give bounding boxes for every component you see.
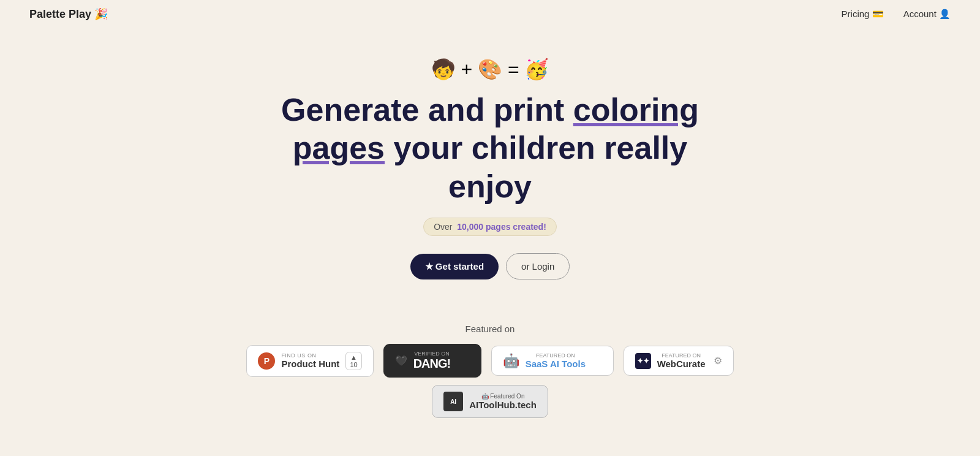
hero-emoji: 🧒 + 🎨 = 🥳 [12,58,968,81]
nav-links: Pricing 💳 Account 👤 [842,9,951,20]
ph-upvote-arrow: ▲ [350,354,357,361]
hero-title-part1: Generate and print [281,92,573,127]
ph-upvote-count: 10 [350,361,357,368]
product-hunt-icon: P [258,352,275,370]
badge-prefix: Over [434,222,452,232]
aitoolhub-domain-label: AIToolHub.tech [469,400,537,410]
navbar: Palette Play 🎉 Pricing 💳 Account 👤 [0,0,980,28]
dang-badge[interactable]: 🖤 Verified on DANG! [383,344,481,378]
saas-badge[interactable]: 🤖 Featured on SaaS AI Tools [491,346,614,376]
dang-heart-icon: 🖤 [395,355,407,367]
hero-buttons: ★ Get started or Login [12,253,968,279]
featured-badges-row: P FIND US ON Product Hunt ▲ 10 🖤 Verifie… [0,344,980,378]
aitoolhub-text: 🤖 Featured On AIToolHub.tech [469,393,537,410]
hero-badge: Over 10,000 pages created! [423,218,557,236]
dang-text: Verified on DANG! [413,351,451,371]
hero-title-coloring: coloring [573,92,699,127]
hero-title-rest: your children reallyenjoy [385,130,687,203]
get-started-button[interactable]: ★ Get started [410,254,499,279]
ph-upvote: ▲ 10 [345,352,361,370]
ph-find-us-label: FIND US ON [281,352,339,359]
hero-title-pages: pages [293,130,385,165]
saas-featured-on-label: Featured on [526,352,586,359]
login-button[interactable]: or Login [506,253,570,279]
ph-name-label: Product Hunt [281,359,339,369]
logo: Palette Play 🎉 [29,7,108,21]
webcurate-gear-icon: ⚙ [714,355,722,367]
pricing-link[interactable]: Pricing 💳 [842,9,884,20]
webcurate-text: FEATURED ON WebCurate [657,352,706,369]
saas-name-label: SaaS AI Tools [526,359,586,369]
webcurate-icon: ✦✦ [635,353,651,369]
product-hunt-text: FIND US ON Product Hunt [281,352,339,369]
saas-text: Featured on SaaS AI Tools [526,352,586,369]
webcurate-badge[interactable]: ✦✦ FEATURED ON WebCurate ⚙ [624,346,734,376]
aitoolhub-icon: AI [443,392,463,411]
account-link[interactable]: Account 👤 [903,9,951,20]
hero-section: 🧒 + 🎨 = 🥳 Generate and print coloring pa… [0,28,980,324]
product-hunt-badge[interactable]: P FIND US ON Product Hunt ▲ 10 [246,345,373,377]
webcurate-featured-on-label: FEATURED ON [657,352,706,359]
featured-section: Featured on P FIND US ON Product Hunt ▲ … [0,324,980,418]
dang-verified-label: Verified on [413,351,451,357]
aitoolhub-featured-label: 🤖 Featured On [469,393,537,400]
how-it-works-section: How it works 🔍 https://paletteplay.art [… [0,438,980,456]
aitoolhub-badge[interactable]: AI 🤖 Featured On AIToolHub.tech [432,385,548,418]
badge-highlight: 10,000 pages created! [457,222,546,232]
dang-name-label: DANG! [413,357,451,371]
hero-title: Generate and print coloring pages your c… [270,91,710,205]
webcurate-name-label: WebCurate [657,359,706,369]
saas-robot-icon: 🤖 [503,353,519,369]
featured-label: Featured on [0,324,980,334]
aitoolhub-row: AI 🤖 Featured On AIToolHub.tech [0,385,980,418]
